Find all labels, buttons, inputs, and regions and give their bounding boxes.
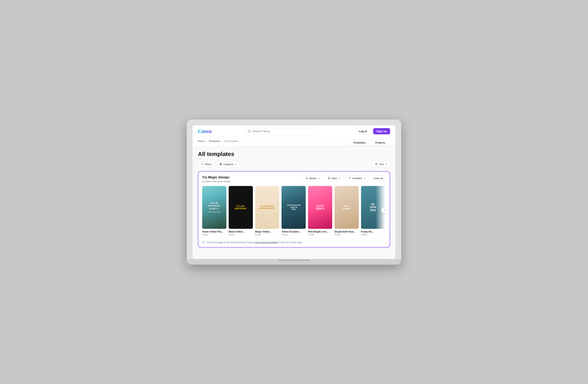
tab-templates[interactable]: Templates (349, 140, 370, 146)
headline-label: Headline (352, 177, 362, 180)
media-label: Media (309, 177, 316, 180)
template-type-4: Poster (281, 233, 306, 236)
magic-design-header: Try Magic Design Created from your media… (202, 175, 386, 183)
magic-design-subtitle: Created from your media (202, 180, 230, 183)
template-card-1[interactable]: PALMSPRINGSPARTY SATURDAY 8PM Green Yell… (202, 186, 226, 236)
breadcrumb-templates[interactable]: Templates (209, 140, 220, 143)
sort-label: Sort (379, 163, 384, 166)
sort-icon (375, 163, 378, 166)
headline-chevron-icon (363, 177, 366, 179)
clear-all-button[interactable]: Clear all (371, 175, 386, 181)
template-name-1: Green Yellow Pal... (202, 230, 226, 233)
template-name-3: Beige Yellow... (255, 230, 279, 233)
breadcrumb-sep-2: › (222, 140, 222, 143)
category-label: Category (223, 163, 233, 166)
template-type-3: Poster (255, 233, 279, 236)
magic-design-info: Try Magic Design Created from your media (202, 175, 230, 183)
login-button[interactable]: Log in (355, 128, 371, 134)
notice-link[interactable]: report these templates (255, 241, 278, 244)
breadcrumb: Home › Templates › All templates (198, 140, 239, 143)
svg-line-1 (250, 132, 250, 133)
svg-rect-8 (221, 164, 222, 165)
template-type-1: Poster (202, 233, 226, 236)
page-title: All templates (198, 151, 390, 157)
filters-left: Filters Category (198, 161, 240, 167)
next-icon (383, 209, 385, 211)
style-icon (328, 177, 330, 180)
template-card-4[interactable]: YOU'RE INVITEDJUNE 268PM Yellow Duotone.… (281, 186, 306, 236)
template-overlay-2: IT'S MYBIRTHDAY (229, 186, 253, 229)
notice-text-after: if they don't seem right. (279, 241, 303, 244)
magic-design-card: Try Magic Design Created from your media… (198, 171, 390, 248)
template-thumbnail-2: IT'S MYBIRTHDAY (229, 186, 253, 229)
template-name-4: Yellow Duotone... (281, 230, 306, 233)
laptop-base (187, 259, 401, 265)
svg-rect-5 (220, 163, 220, 164)
header-actions: Log in Sign up (355, 128, 390, 134)
template-thumbnail-3: PALM SPRINGSBIRTHDAY PARTY (255, 186, 279, 229)
svg-rect-6 (221, 163, 222, 164)
sort-chevron-icon (385, 163, 387, 165)
breadcrumb-current: All templates (224, 140, 239, 143)
search-bar[interactable] (244, 128, 318, 134)
template-type-6: Poster (335, 233, 359, 236)
template-card-3[interactable]: PALM SPRINGSBIRTHDAY PARTY Beige Yellow.… (255, 186, 279, 236)
magic-design-title: Try Magic Design (202, 175, 230, 179)
template-card-6[interactable]: You'reInvited! Simple Bold Text... Poste… (335, 186, 359, 236)
category-chevron-icon (235, 163, 237, 165)
notice-text-before: This technology is new and improving. Pl… (207, 241, 254, 244)
breadcrumb-home[interactable]: Home (198, 140, 205, 143)
sort-button[interactable]: Sort (372, 161, 390, 167)
template-thumbnail-5: LET'SPARTY (308, 186, 332, 229)
template-thumbnail-4: YOU'RE INVITEDJUNE 268PM (281, 186, 306, 229)
magic-notice: This technology is new and improving. Pl… (202, 239, 386, 244)
media-filter-button[interactable]: Media (303, 175, 323, 181)
notice-text: This technology is new and improving. Pl… (207, 241, 303, 244)
search-icon (248, 130, 251, 133)
style-chevron-icon (338, 177, 341, 179)
filters-row: Filters Category (198, 161, 390, 167)
template-type-5: Poster (308, 233, 332, 236)
flag-icon (202, 241, 205, 244)
template-overlay-3: PALM SPRINGSBIRTHDAY PARTY (255, 186, 279, 229)
template-name-6: Simple Bold Text... (335, 230, 359, 233)
media-chevron-icon (317, 177, 320, 179)
headline-icon (348, 177, 351, 180)
signup-button[interactable]: Sign up (373, 128, 390, 134)
tab-projects[interactable]: Projects (371, 140, 390, 146)
template-thumbnail-6: You'reInvited! (335, 186, 359, 229)
svg-rect-7 (220, 164, 220, 165)
templates-grid: PALMSPRINGSPARTY SATURDAY 8PM Green Yell… (202, 186, 386, 236)
headline-filter-button[interactable]: Headline (345, 175, 369, 181)
canva-logo: Canva (198, 128, 211, 134)
magic-design-filters: Media Style (303, 175, 386, 181)
category-button[interactable]: Category (216, 161, 240, 167)
template-type-2: Poster (229, 233, 253, 236)
template-thumbnail-1: PALMSPRINGSPARTY SATURDAY 8PM (202, 186, 226, 229)
main-content: All templates Filters Category (192, 146, 396, 259)
template-overlay-5: LET'SPARTY (308, 186, 332, 229)
category-icon (219, 163, 222, 166)
media-icon (306, 177, 308, 180)
template-card-2[interactable]: IT'S MYBIRTHDAY Black Yellow... Poster (229, 186, 253, 236)
template-card-5[interactable]: LET'SPARTY Pink Bright Let's... Poster (308, 186, 332, 236)
search-input[interactable] (252, 130, 314, 133)
template-name-2: Black Yellow... (229, 230, 253, 233)
template-name-5: Pink Bright Let's... (308, 230, 332, 233)
filters-icon (201, 163, 204, 166)
svg-point-11 (306, 177, 307, 178)
template-overlay-1: PALMSPRINGSPARTY SATURDAY 8PM (202, 186, 226, 229)
breadcrumb-sep-1: › (206, 140, 207, 143)
next-button[interactable] (381, 207, 386, 213)
filters-button[interactable]: Filters (198, 161, 214, 167)
nav-tabs: Templates Projects (348, 139, 390, 146)
style-filter-button[interactable]: Style (325, 175, 343, 181)
header: Canva Log in Sign up (192, 125, 396, 137)
template-overlay-6: You'reInvited! (335, 186, 359, 229)
filters-label: Filters (205, 163, 211, 166)
style-label: Style (332, 177, 337, 180)
template-overlay-4: YOU'RE INVITEDJUNE 268PM (281, 186, 306, 229)
